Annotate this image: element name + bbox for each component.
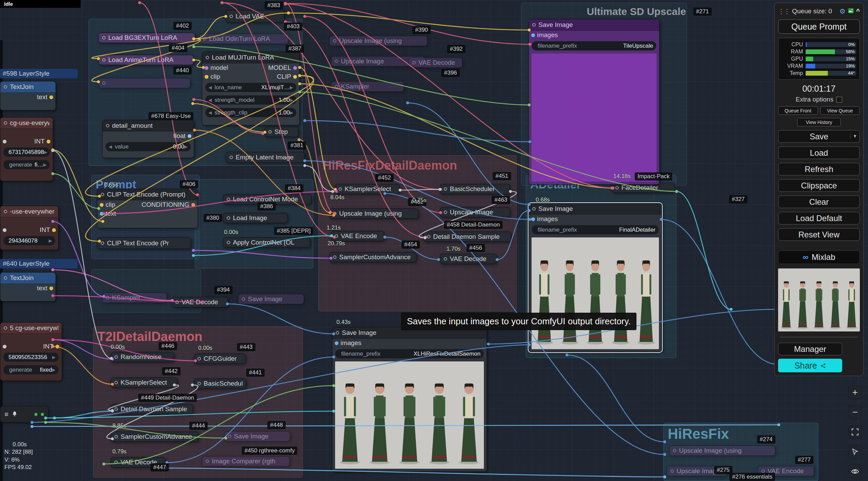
- widget-generate[interactable]: generatefixed▶: [3, 365, 59, 374]
- node-image-comparer-rgth[interactable]: Image Comparer (rgth: [202, 456, 290, 466]
- node-cg-use-everywhere[interactable]: cg-use-everywhereINT67317045898▶generate…: [0, 117, 53, 181]
- mixlab-button[interactable]: ∞ Mixlab: [778, 250, 860, 264]
- result-thumbnail[interactable]: [778, 268, 860, 331]
- zoom-out-button[interactable]: −: [848, 405, 862, 419]
- node-5-cg-use-everywhere[interactable]: 5 cg-use-everywhereINT580950523356▶gener…: [0, 322, 62, 381]
- collapse-icon[interactable]: ^: [856, 7, 860, 15]
- node-vae-decode[interactable]: VAE Decode: [409, 58, 462, 68]
- slot-dot[interactable]: [205, 66, 208, 70]
- widget-294346078[interactable]: 294346078▶: [3, 236, 55, 245]
- zoom-in-button[interactable]: +: [848, 386, 862, 399]
- slot-dot[interactable]: [335, 341, 338, 345]
- save-button[interactable]: Save▼: [778, 130, 860, 143]
- refresh-button[interactable]: Refresh: [778, 163, 860, 175]
- node-ksampler[interactable]: KSampler: [331, 81, 404, 92]
- node-load-bg3exturn-lora[interactable]: Load BG3EXTurn LoRA: [98, 33, 195, 43]
- widget-filename-prefix[interactable]: filename_prefixXLHiResFixDetailSaemon: [335, 349, 484, 358]
- view-history-button[interactable]: View History: [797, 118, 841, 126]
- slot-dot[interactable]: [188, 134, 191, 138]
- slot-dot[interactable]: [56, 345, 59, 348]
- slot-dot[interactable]: [293, 66, 297, 70]
- node-unnamed[interactable]: [98, 78, 190, 88]
- bell-icon[interactable]: [12, 410, 17, 418]
- node-samplercustomadvance[interactable]: SamplerCustomAdvance: [329, 252, 416, 262]
- select-cursor-icon[interactable]: [848, 445, 862, 459]
- slot-dot[interactable]: [205, 75, 208, 79]
- fit-view-icon[interactable]: [848, 425, 862, 439]
- list-icon[interactable]: ≡: [4, 410, 9, 418]
- drag-handle-icon[interactable]: ⋮⋮: [778, 7, 790, 15]
- widget-lora-name[interactable]: ◀lora_nameXL\mujiT…▶: [205, 83, 296, 92]
- node-load-image[interactable]: Load Image: [223, 213, 288, 223]
- increment-arrow-icon[interactable]: ▶: [184, 144, 188, 149]
- increment-arrow-icon[interactable]: ▶: [44, 150, 47, 155]
- load-button[interactable]: Load: [778, 146, 860, 159]
- increment-arrow-icon[interactable]: ▶: [290, 97, 293, 103]
- slot-dot[interactable]: [52, 228, 56, 232]
- increment-arrow-icon[interactable]: ▶: [52, 367, 56, 372]
- gallery-icon[interactable]: [848, 7, 854, 15]
- save-dropdown-caret-icon[interactable]: ▼: [850, 134, 857, 139]
- node-ksampler[interactable]: KSampler: [102, 293, 167, 303]
- image-preview[interactable]: [335, 361, 484, 469]
- node-upscale-image[interactable]: Upscale Image: [667, 466, 727, 476]
- node-cfgguider[interactable]: CFGGuider: [194, 354, 246, 364]
- node-ksamplerselect[interactable]: KSamplerSelect: [335, 184, 399, 194]
- node-detail-amount[interactable]: detail_amountfloat◀value0.00▶: [102, 120, 194, 158]
- node-step[interactable]: Step: [265, 127, 299, 137]
- increment-arrow-icon[interactable]: ▶: [290, 110, 293, 115]
- increment-arrow-icon[interactable]: ▶: [49, 238, 52, 243]
- node-save-image[interactable]: Save Imageimagesfilename_prefixTileUpsca…: [528, 19, 660, 185]
- manager-button[interactable]: Manager: [778, 343, 842, 355]
- node-unnamed[interactable]: ≡: [0, 406, 48, 422]
- widget-580950523356[interactable]: 580950523356▶: [3, 353, 59, 362]
- node-detail-daemon-sample[interactable]: Detail Daemon Sample: [423, 232, 511, 242]
- node-load-mujiturn-lora[interactable]: Load MUJITurn LoRAmodelMODELclipCLIP◀lor…: [202, 52, 300, 125]
- node-vae-encode[interactable]: VAE Encode: [758, 466, 814, 476]
- decrement-arrow-icon[interactable]: ◀: [208, 85, 212, 90]
- node-textjoin[interactable]: TextJointext: [0, 272, 56, 301]
- toggle-visibility-eye-icon[interactable]: [848, 465, 862, 478]
- node-clip-text-encode-prompt[interactable]: CLIP Text Encode (Prompt)clipCONDITIONIN…: [97, 189, 198, 228]
- slot-dot[interactable]: [3, 345, 6, 348]
- node-apply-controlnet-ol[interactable]: Apply ControlNet (OL: [223, 237, 310, 248]
- view-queue-button[interactable]: View Queue: [820, 106, 860, 115]
- node-save-image[interactable]: Save Image: [238, 294, 304, 304]
- node-vae-encode[interactable]: VAE Encode: [331, 231, 384, 241]
- widget-value[interactable]: ◀value0.00▶: [106, 142, 191, 151]
- image-preview[interactable]: [532, 237, 659, 349]
- clear-button[interactable]: Clear: [778, 196, 860, 208]
- node-load-odinturn-lora[interactable]: Load OdinTurn LoRA: [199, 34, 288, 44]
- slot-dot[interactable]: [49, 286, 53, 290]
- node-detail-daemon-sample[interactable]: Detail Daemon Sample: [111, 404, 193, 414]
- node-vae-decode[interactable]: VAE Decode: [440, 254, 496, 264]
- increment-arrow-icon[interactable]: ▶: [43, 162, 47, 167]
- node-upscale-image-using[interactable]: Upscale Image (using: [669, 446, 775, 456]
- node-textjoin[interactable]: TextJointext: [0, 81, 56, 110]
- widget-strength-model[interactable]: ◀strength_model1.00▶: [205, 95, 296, 105]
- node-vae-decode[interactable]: VAE Decode: [111, 457, 165, 467]
- slot-dot[interactable]: [191, 203, 195, 207]
- slot-dot[interactable]: [100, 212, 104, 216]
- node-basicscheduler[interactable]: BasicScheduler: [194, 378, 246, 389]
- node-upscale-image-using[interactable]: Upscale Image (using: [329, 208, 419, 219]
- slot-dot[interactable]: [49, 95, 53, 99]
- slot-dot[interactable]: [100, 203, 104, 207]
- decrement-arrow-icon[interactable]: ◀: [109, 144, 112, 149]
- node-vae-decode[interactable]: VAE Decode: [172, 297, 228, 307]
- node-save-image[interactable]: Save Imageimagesfilename_prefixXLHiResFi…: [332, 327, 487, 472]
- extra-options-checkbox[interactable]: [836, 97, 842, 103]
- load-default-button[interactable]: Load Default: [778, 212, 860, 224]
- node-clip-text-encode-pr[interactable]: CLIP Text Encode (Pr: [97, 237, 191, 249]
- queue-front-button[interactable]: Queue Front: [778, 106, 818, 115]
- node-use-everywhere[interactable]: -use-everywhereINT294346078▶: [0, 206, 59, 250]
- reset-view-button[interactable]: Reset View: [778, 228, 860, 241]
- decrement-arrow-icon[interactable]: ◀: [208, 110, 212, 115]
- node-upscale-image-using[interactable]: Upscale Image (using: [329, 36, 427, 46]
- slot-dot[interactable]: [293, 75, 297, 79]
- node-empty-latent-image[interactable]: Empty Latent Image: [226, 152, 305, 163]
- decrement-arrow-icon[interactable]: ◀: [208, 97, 212, 103]
- node-samplercustomadvance[interactable]: SamplerCustomAdvance: [111, 432, 199, 442]
- slot-dot[interactable]: [47, 140, 50, 143]
- widget-filename-prefix[interactable]: filename_prefixFinalADetailer: [532, 225, 659, 234]
